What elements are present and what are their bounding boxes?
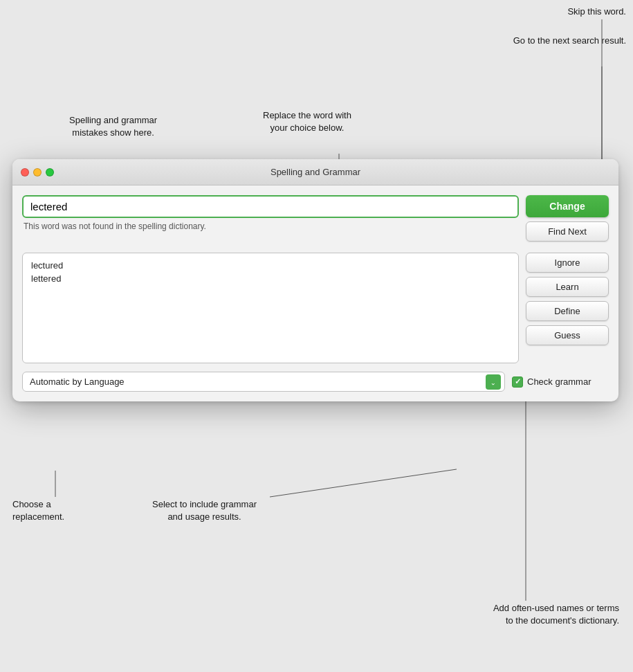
window-content: This word was not found in the spelling … [12,185,618,401]
spelling-grammar-window: Spelling and Grammar This word was not f… [12,159,618,401]
right-buttons-mid: Ignore Learn Define Guess [526,253,609,363]
change-button[interactable]: Change [526,195,609,217]
guess-button[interactable]: Guess [526,325,609,345]
right-buttons-top: Change Find Next [526,195,609,242]
ignore-button[interactable]: Ignore [526,253,609,273]
callout-choose-replacement: Choose a replacement. [12,498,64,523]
check-grammar-label[interactable]: Check grammar [527,376,591,387]
close-button[interactable] [21,168,29,176]
bottom-section: Automatic by Language Check grammar [22,372,609,392]
callout-spelling-grammar: Spelling and grammar mistakes show here. [69,114,157,139]
language-select-wrapper: Automatic by Language [22,372,505,392]
check-grammar-wrapper: Check grammar [512,376,609,388]
svg-line-5 [270,469,457,497]
learn-button[interactable]: Learn [526,277,609,297]
misspelled-hint: This word was not found in the spelling … [22,221,519,231]
maximize-button[interactable] [46,168,54,176]
callout-skip-word: Skip this word. [567,6,626,18]
middle-section: lectured lettered Ignore Learn Define Gu… [22,253,609,363]
define-button[interactable]: Define [526,301,609,321]
find-next-button[interactable]: Find Next [526,221,609,242]
suggestions-list: lectured lettered [22,253,519,363]
callout-add-dictionary: Add often-used names or terms to the doc… [493,602,619,627]
misspelled-area: This word was not found in the spelling … [22,195,519,231]
callout-go-next: Go to the next search result. [513,35,626,47]
window-title: Spelling and Grammar [270,167,360,177]
check-grammar-checkbox[interactable] [512,376,523,388]
top-section: This word was not found in the spelling … [22,195,609,242]
language-select[interactable]: Automatic by Language [22,372,505,392]
callout-select-grammar: Select to include grammar and usage resu… [152,498,257,523]
misspelled-input[interactable] [22,195,519,218]
traffic-lights [21,168,54,176]
minimize-button[interactable] [33,168,42,176]
titlebar: Spelling and Grammar [12,159,618,185]
callout-replace-word: Replace the word with your choice below. [263,109,351,134]
suggestion-item-lettered[interactable]: lettered [28,272,513,285]
suggestion-item-lectured[interactable]: lectured [28,259,513,272]
